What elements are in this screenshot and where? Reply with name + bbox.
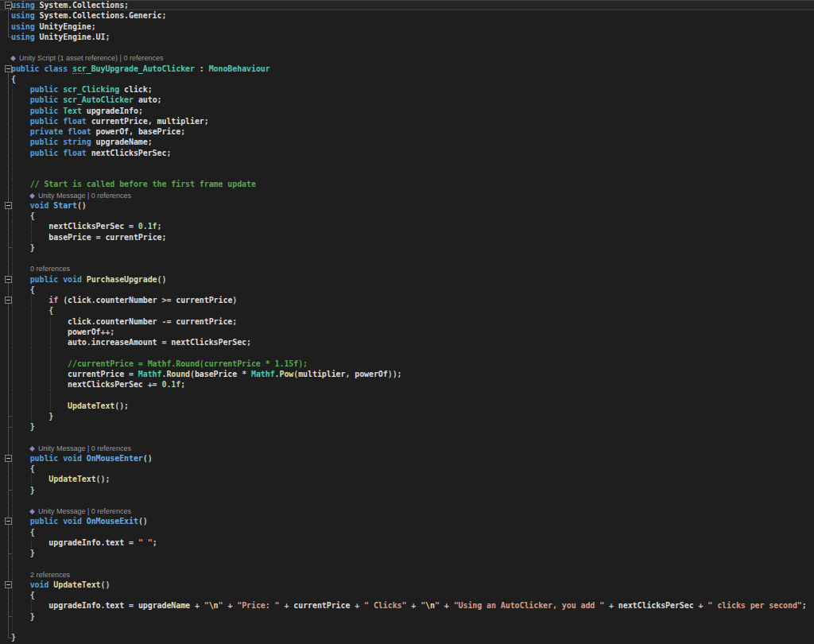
code-line[interactable]: void Start(): [0, 200, 814, 211]
fold-scope-end: [8, 553, 12, 554]
indent-guide: [50, 316, 51, 327]
fold-collapse-button[interactable]: [5, 202, 12, 209]
indent-guide: [31, 305, 32, 316]
fold-collapse-button[interactable]: [5, 2, 12, 9]
code-line[interactable]: public string upgradeName;: [0, 137, 814, 147]
code-line[interactable]: public scr_AutoClicker auto;: [0, 95, 814, 105]
blank-line[interactable]: [0, 253, 814, 263]
indent-guide: [31, 411, 32, 421]
code-line[interactable]: upgradeInfo.text = upgradeName + "\n" + …: [0, 600, 814, 611]
code-line[interactable]: using UnityEngine;: [0, 21, 814, 32]
code-line[interactable]: // Start is called before the first fram…: [0, 179, 814, 189]
fold-scope-end: [8, 416, 12, 417]
code-line[interactable]: click.counterNumber -= currentPrice;: [0, 316, 814, 327]
codelens-references-link[interactable]: 0 references: [30, 265, 70, 273]
indent-guide: [50, 369, 51, 379]
codelens-line[interactable]: 0 references: [0, 263, 814, 274]
code-line[interactable]: public class scr_BuyUpgrade_AutoClicker …: [0, 64, 814, 74]
code-line[interactable]: }: [0, 485, 814, 495]
indent-guide: [50, 390, 51, 400]
code-line[interactable]: }: [0, 421, 814, 432]
code-line[interactable]: powerOf++;: [0, 327, 814, 337]
code-line[interactable]: //currentPrice = Mathf.Round(currentPric…: [0, 359, 814, 369]
codelens-references-link[interactable]: Unity Message | 0 references: [38, 444, 131, 452]
indent-guide: [31, 369, 32, 379]
fold-scope-end: [8, 490, 12, 491]
blank-line[interactable]: [0, 158, 814, 169]
code-line[interactable]: nextClicksPerSec = 0.1f;: [0, 221, 814, 231]
code-line[interactable]: {: [0, 305, 814, 316]
code-line[interactable]: public void OnMouseExit(): [0, 516, 814, 526]
indent-guide: [31, 221, 32, 231]
code-line[interactable]: {: [0, 464, 814, 474]
indent-guide: [31, 600, 32, 611]
code-line[interactable]: using System.Collections;: [0, 0, 814, 10]
code-line[interactable]: currentPrice = Mathf.Round(basePrice * M…: [0, 369, 814, 379]
fold-scope-line: [8, 10, 9, 37]
codelens-line[interactable]: Unity Message | 0 references: [0, 506, 814, 516]
code-line[interactable]: UpdateText();: [0, 401, 814, 411]
indent-guide: [31, 295, 32, 305]
code-line[interactable]: public void OnMouseEnter(): [0, 453, 814, 464]
code-line[interactable]: }: [0, 242, 814, 253]
indent-guide: [31, 347, 32, 358]
code-line[interactable]: public Text upgradeInfo;: [0, 106, 814, 116]
fold-collapse-button[interactable]: [5, 276, 12, 283]
code-line[interactable]: auto.increaseAmount = nextClicksPerSec;: [0, 337, 814, 347]
codelens-line[interactable]: Unity Message | 0 references: [0, 443, 814, 453]
fold-scope-end: [8, 427, 12, 428]
blank-line[interactable]: [0, 432, 814, 442]
code-editor[interactable]: using System.Collections;using System.Co…: [0, 0, 814, 644]
code-line[interactable]: public float nextClicksPerSec;: [0, 148, 814, 158]
code-line[interactable]: upgradeInfo.text = " ";: [0, 537, 814, 548]
folding-margin: [0, 0, 17, 644]
code-line[interactable]: }: [0, 411, 814, 421]
code-line[interactable]: public void PurchaseUpgrade(): [0, 274, 814, 285]
fold-scope-end: [8, 638, 12, 638]
blank-line[interactable]: [0, 622, 814, 632]
codelens-references-link[interactable]: Unity Message | 0 references: [38, 507, 131, 515]
blank-line[interactable]: [0, 42, 814, 52]
code-line[interactable]: public scr_Clicking click;: [0, 84, 814, 95]
fold-collapse-button[interactable]: [5, 455, 12, 462]
indent-guide: [31, 359, 32, 369]
indent-guide: [31, 327, 32, 337]
code-line[interactable]: {: [0, 74, 814, 84]
code-line[interactable]: using UnityEngine.UI;: [0, 32, 814, 42]
code-line[interactable]: void UpdateText(): [0, 580, 814, 590]
codelens-references-link[interactable]: Unity Script (1 asset reference) | 0 ref…: [19, 54, 163, 62]
indent-guide: [50, 379, 51, 390]
code-line[interactable]: UpdateText();: [0, 474, 814, 484]
codelens-line[interactable]: Unity Message | 0 references: [0, 190, 814, 200]
blank-line[interactable]: [0, 347, 814, 358]
codelens-line[interactable]: Unity Script (1 asset reference) | 0 ref…: [0, 52, 814, 63]
indent-guide: [31, 379, 32, 390]
code-line[interactable]: if (click.counterNumber >= currentPrice): [0, 295, 814, 305]
code-line[interactable]: public float currentPrice, multiplier;: [0, 116, 814, 126]
code-line[interactable]: {: [0, 285, 814, 295]
code-line[interactable]: {: [0, 527, 814, 537]
code-line[interactable]: {: [0, 211, 814, 221]
fold-collapse-button[interactable]: [5, 581, 12, 588]
blank-line[interactable]: [0, 558, 814, 568]
code-line[interactable]: }: [0, 548, 814, 558]
code-line[interactable]: nextClicksPerSec += 0.1f;: [0, 379, 814, 390]
code-line[interactable]: private float powerOf, basePrice;: [0, 126, 814, 137]
codelens-references-link[interactable]: Unity Message | 0 references: [38, 192, 131, 200]
indent-guide: [50, 337, 51, 347]
codelens-references-link[interactable]: 2 references: [30, 571, 70, 579]
fold-collapse-button[interactable]: [5, 518, 12, 525]
blank-line[interactable]: [0, 169, 814, 179]
blank-line[interactable]: [0, 495, 814, 506]
fold-collapse-button[interactable]: [5, 297, 12, 304]
code-line[interactable]: }: [0, 611, 814, 622]
blank-line[interactable]: [0, 390, 814, 400]
code-line[interactable]: basePrice = currentPrice;: [0, 232, 814, 242]
code-line[interactable]: }: [0, 632, 814, 642]
fold-collapse-button[interactable]: [5, 65, 12, 72]
codelens-line[interactable]: 2 references: [0, 569, 814, 580]
code-line[interactable]: {: [0, 590, 814, 600]
indent-guide: [50, 347, 51, 358]
code-line[interactable]: using System.Collections.Generic;: [0, 10, 814, 21]
indent-guide: [31, 337, 32, 347]
